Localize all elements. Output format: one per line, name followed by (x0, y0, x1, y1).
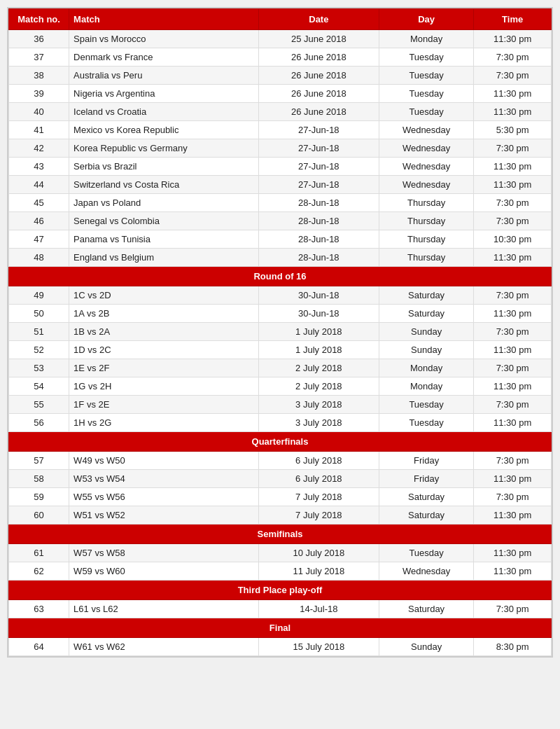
match-date: 30-Jun-18 (258, 305, 379, 323)
table-row: 39Nigeria vs Argentina26 June 2018Tuesda… (9, 85, 552, 103)
match-name: W61 vs W62 (69, 638, 259, 656)
match-number: 52 (9, 341, 69, 359)
match-date: 28-Jun-18 (258, 194, 379, 212)
match-date: 26 June 2018 (258, 67, 379, 85)
match-time: 7:30 pm (474, 359, 552, 377)
match-time: 11:30 pm (474, 305, 552, 323)
match-name: W53 vs W54 (69, 470, 259, 488)
table-row: 501A vs 2B30-Jun-18Saturday11:30 pm (9, 305, 552, 323)
match-time: 11:30 pm (474, 562, 552, 581)
match-name: 1G vs 2H (69, 377, 259, 396)
section-header-row: Round of 16 (9, 267, 552, 286)
section-header-row: Third Place play-off (9, 581, 552, 600)
match-name: 1C vs 2D (69, 286, 259, 305)
match-day: Friday (379, 470, 473, 488)
match-name: 1H vs 2G (69, 414, 259, 432)
match-number: 63 (9, 600, 69, 618)
table-row: 41Mexico vs Korea Republic27-Jun-18Wedne… (9, 121, 552, 139)
table-row: 47Panama vs Tunisia28-Jun-18Thursday10:3… (9, 230, 552, 249)
match-time: 7:30 pm (474, 452, 552, 470)
match-day: Wednesday (379, 176, 473, 194)
table-row: 541G vs 2H2 July 2018Monday11:30 pm (9, 377, 552, 396)
match-date: 28-Jun-18 (258, 212, 379, 230)
match-name: Japan vs Poland (69, 194, 259, 212)
match-date: 10 July 2018 (258, 544, 379, 562)
match-name: Mexico vs Korea Republic (69, 121, 259, 139)
match-day: Sunday (379, 638, 473, 656)
table-row: 46Senegal vs Colombia28-Jun-18Thursday7:… (9, 212, 552, 230)
match-day: Wednesday (379, 121, 473, 139)
table-row: 42Korea Republic vs Germany27-Jun-18Wedn… (9, 139, 552, 158)
match-time: 8:30 pm (474, 638, 552, 656)
match-name: W55 vs W56 (69, 488, 259, 506)
table-row: 551F vs 2E3 July 2018Tuesday7:30 pm (9, 396, 552, 414)
match-name: 1D vs 2C (69, 341, 259, 359)
table-body: 36Spain vs Morocco25 June 2018Monday11:3… (9, 30, 552, 656)
match-date: 26 June 2018 (258, 103, 379, 121)
match-day: Tuesday (379, 67, 473, 85)
col-header-match-no: Match no. (9, 9, 69, 30)
match-name: W49 vs W50 (69, 452, 259, 470)
col-header-match: Match (69, 9, 259, 30)
match-day: Tuesday (379, 396, 473, 414)
section-label: Round of 16 (9, 267, 552, 286)
match-date: 1 July 2018 (258, 323, 379, 341)
table-row: 45Japan vs Poland28-Jun-18Thursday7:30 p… (9, 194, 552, 212)
match-number: 37 (9, 48, 69, 67)
match-date: 26 June 2018 (258, 85, 379, 103)
match-date: 27-Jun-18 (258, 176, 379, 194)
match-day: Thursday (379, 212, 473, 230)
match-time: 10:30 pm (474, 230, 552, 249)
match-time: 11:30 pm (474, 30, 552, 48)
table-row: 43Serbia vs Brazil27-Jun-18Wednesday11:3… (9, 158, 552, 176)
match-time: 7:30 pm (474, 323, 552, 341)
match-day: Saturday (379, 286, 473, 305)
match-number: 64 (9, 638, 69, 656)
match-name: Nigeria vs Argentina (69, 85, 259, 103)
match-time: 11:30 pm (474, 249, 552, 267)
match-name: Serbia vs Brazil (69, 158, 259, 176)
match-name: L61 vs L62 (69, 600, 259, 618)
match-date: 2 July 2018 (258, 377, 379, 396)
match-time: 11:30 pm (474, 377, 552, 396)
match-time: 7:30 pm (474, 396, 552, 414)
match-name: 1B vs 2A (69, 323, 259, 341)
match-name: Senegal vs Colombia (69, 212, 259, 230)
match-number: 43 (9, 158, 69, 176)
match-number: 38 (9, 67, 69, 85)
match-date: 6 July 2018 (258, 470, 379, 488)
section-header-row: Quarterfinals (9, 432, 552, 452)
match-number: 40 (9, 103, 69, 121)
col-header-day: Day (379, 9, 473, 30)
match-number: 39 (9, 85, 69, 103)
match-time: 7:30 pm (474, 139, 552, 158)
col-header-time: Time (474, 9, 552, 30)
match-date: 6 July 2018 (258, 452, 379, 470)
match-number: 53 (9, 359, 69, 377)
match-day: Monday (379, 377, 473, 396)
match-number: 50 (9, 305, 69, 323)
match-date: 3 July 2018 (258, 414, 379, 432)
match-date: 28-Jun-18 (258, 230, 379, 249)
match-day: Saturday (379, 600, 473, 618)
match-day: Tuesday (379, 414, 473, 432)
match-day: Thursday (379, 230, 473, 249)
table-row: 58W53 vs W546 July 2018Friday11:30 pm (9, 470, 552, 488)
match-day: Tuesday (379, 103, 473, 121)
match-name: W51 vs W52 (69, 506, 259, 525)
col-header-date: Date (258, 9, 379, 30)
match-time: 7:30 pm (474, 600, 552, 618)
table-row: 531E vs 2F2 July 2018Monday7:30 pm (9, 359, 552, 377)
match-number: 45 (9, 194, 69, 212)
match-number: 36 (9, 30, 69, 48)
match-day: Thursday (379, 249, 473, 267)
match-time: 11:30 pm (474, 341, 552, 359)
match-number: 54 (9, 377, 69, 396)
match-number: 61 (9, 544, 69, 562)
section-label: Final (9, 618, 552, 638)
match-date: 15 July 2018 (258, 638, 379, 656)
match-number: 51 (9, 323, 69, 341)
match-date: 2 July 2018 (258, 359, 379, 377)
match-time: 7:30 pm (474, 48, 552, 67)
section-label: Semifinals (9, 525, 552, 544)
